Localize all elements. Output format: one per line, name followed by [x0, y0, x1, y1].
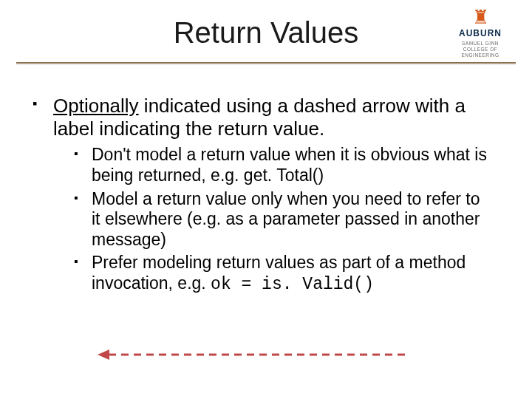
bullet-list: Optionally indicated using a dashed arro…: [33, 95, 488, 296]
subbullet-2: Model a return value only when you need …: [74, 189, 488, 250]
return-arrow: [96, 346, 406, 364]
department-name: SAMUEL GINN COLLEGE OF ENGINEERING: [445, 41, 516, 58]
bullet-lead: Optionally: [53, 95, 139, 117]
subbullet-3: Prefer modeling return values as part of…: [74, 253, 488, 295]
content-area: Optionally indicated using a dashed arro…: [33, 95, 488, 300]
university-name: AUBURN: [445, 28, 516, 38]
subbullet-3-code: ok = is. Valid(): [211, 275, 374, 294]
subbullet-list: Don't model a return value when it is ob…: [53, 145, 488, 295]
university-logo: ♜ AUBURN SAMUEL GINN COLLEGE OF ENGINEER…: [445, 7, 516, 58]
shield-icon: ♜: [445, 7, 516, 27]
title-divider: [16, 62, 516, 64]
dashed-arrow-icon: [96, 346, 406, 364]
slide: Return Values ♜ AUBURN SAMUEL GINN COLLE…: [0, 0, 532, 399]
svg-marker-1: [98, 349, 109, 360]
bullet-main: Optionally indicated using a dashed arro…: [33, 95, 488, 296]
subbullet-1: Don't model a return value when it is ob…: [74, 145, 488, 185]
